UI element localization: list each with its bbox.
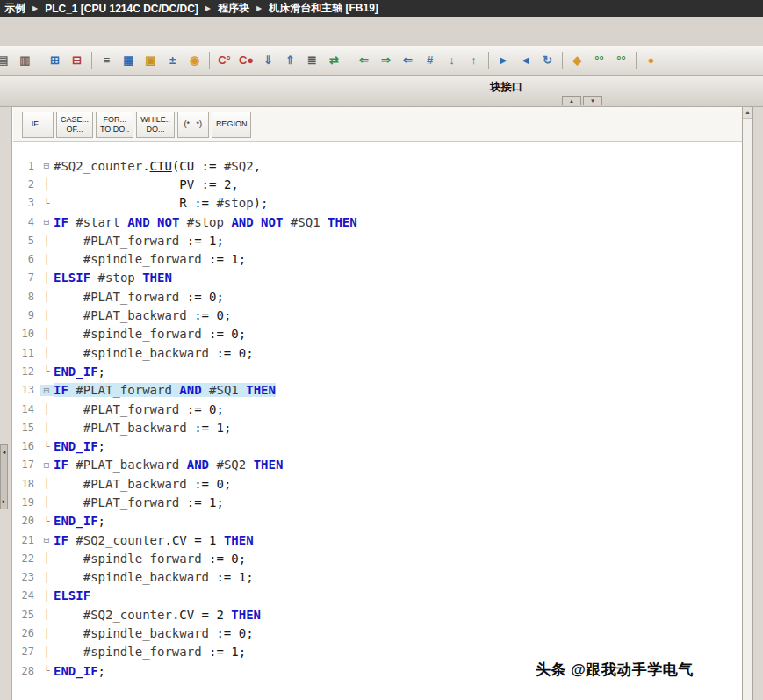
delete-row-icon[interactable]: ⊟	[66, 51, 88, 70]
indent-icon[interactable]: ↓	[441, 51, 463, 70]
load-start-values-icon[interactable]: ⇐	[397, 51, 419, 70]
code-editor[interactable]: 1⊟#SQ2_counter.CTU(CU := #SQ2,2│ PV := 2…	[13, 142, 742, 700]
line-number[interactable]: 20	[13, 515, 40, 527]
code-line[interactable]: 27│ #spindle_forward := 1;	[13, 643, 742, 661]
copy-snapshot-icon[interactable]: ⇑	[279, 51, 301, 70]
sync-offline-icon[interactable]: ⇒	[375, 51, 397, 70]
expand-interface-button[interactable]: ▲	[562, 96, 581, 105]
code-line[interactable]: 19│ #PLAT_forward := 1;	[13, 493, 742, 511]
line-number[interactable]: 26	[13, 627, 40, 639]
breadcrumb-item[interactable]: 程序块	[218, 1, 249, 16]
line-number[interactable]: 23	[13, 571, 40, 583]
code-line[interactable]: 20└END_IF;	[13, 512, 742, 530]
code-line[interactable]: 23│ #spindle_backward := 1;	[13, 568, 742, 587]
start-cpu-icon[interactable]: °°	[588, 51, 610, 70]
sync-online-icon[interactable]: ⇐	[353, 51, 375, 70]
code-line[interactable]: 5│ #PLAT_forward := 1;	[13, 231, 742, 249]
fold-toggle-icon[interactable]: ⊟	[40, 216, 54, 227]
code-line[interactable]: 18│ #PLAT_backward := 0;	[13, 474, 742, 493]
fold-toggle-icon[interactable]: ⊟	[40, 385, 54, 396]
compile-warnings-icon[interactable]: C°	[213, 51, 235, 70]
pane-splitter-handle[interactable]: ◄ ►	[0, 444, 8, 509]
snippet-region[interactable]: REGION	[212, 112, 252, 138]
snapshot-icon[interactable]: ◉	[184, 51, 205, 70]
export-icon[interactable]: ▤	[0, 51, 14, 70]
line-number[interactable]: 2	[13, 178, 40, 191]
code-line[interactable]: 21⊟IF #SQ2_counter.CV = 1 THEN	[13, 530, 742, 549]
line-number[interactable]: 1	[13, 160, 40, 172]
line-number[interactable]: 9	[13, 309, 40, 321]
vertical-scrollbar[interactable]: ▲	[742, 107, 753, 700]
code-line[interactable]: 10│ #spindle_forward := 0;	[13, 325, 742, 343]
load-snapshot-icon[interactable]: ⇓	[257, 51, 279, 70]
line-number[interactable]: 24	[13, 589, 40, 602]
fold-toggle-icon[interactable]: ⊟	[40, 534, 54, 545]
line-number[interactable]: 10	[13, 328, 40, 340]
refresh-icon[interactable]: ↻	[536, 51, 558, 70]
line-number[interactable]: 3	[13, 197, 40, 209]
code-line[interactable]: 8│ #PLAT_forward := 0;	[13, 287, 742, 306]
snippet-for-to-do[interactable]: FOR...TO DO..	[96, 112, 133, 138]
snippet-comment[interactable]: (*...*)	[177, 112, 209, 138]
stop-cpu-icon[interactable]: °°	[610, 51, 632, 70]
line-number[interactable]: 5	[13, 235, 40, 247]
outdent-icon[interactable]: ↑	[463, 51, 485, 70]
keep-actual-values-icon[interactable]: ▣	[140, 51, 162, 70]
fold-toggle-icon[interactable]: ⊟	[40, 459, 54, 471]
code-line[interactable]: 14│ #PLAT_forward := 0;	[13, 400, 742, 418]
code-line[interactable]: 16└END_IF;	[13, 437, 742, 455]
code-line[interactable]: 22│ #spindle_forward := 0;	[13, 549, 742, 567]
code-line[interactable]: 1⊟#SQ2_counter.CTU(CU := #SQ2,	[13, 156, 742, 175]
snippet-case-of[interactable]: CASE...OF...	[56, 112, 93, 138]
snippet-while-do[interactable]: WHILE..DO...	[136, 112, 175, 138]
breadcrumb-item[interactable]: PLC_1 [CPU 1214C DC/DC/DC]	[45, 3, 198, 15]
outline-icon[interactable]: ≡	[96, 51, 118, 70]
code-line[interactable]: 11│ #spindle_backward := 0;	[13, 343, 742, 362]
code-line[interactable]: 13⊟IF #PLAT_forward AND #SQ1 THEN	[13, 381, 742, 400]
prev-bookmark-icon[interactable]: ◄	[515, 51, 536, 70]
line-number[interactable]: 11	[13, 347, 40, 359]
breadcrumb-item[interactable]: 机床滑台和主轴 [FB19]	[269, 1, 378, 16]
monitoring-toggle-icon[interactable]: ±	[162, 51, 184, 70]
code-line[interactable]: 25│ #SQ2_counter.CV = 2 THEN	[13, 605, 742, 624]
line-number[interactable]: 27	[13, 646, 40, 658]
code-line[interactable]: 12└END_IF;	[13, 362, 742, 380]
line-number[interactable]: 12	[13, 365, 40, 378]
collapse-interface-button[interactable]: ▼	[583, 96, 602, 105]
line-number[interactable]: 8	[13, 291, 40, 303]
next-bookmark-icon[interactable]: ►	[493, 51, 515, 70]
line-number[interactable]: 21	[13, 534, 40, 546]
line-number[interactable]: 16	[13, 440, 40, 452]
scroll-up-icon[interactable]: ▲	[743, 107, 752, 119]
line-number[interactable]: 18	[13, 478, 40, 490]
insert-row-icon[interactable]: ⊞	[44, 51, 66, 70]
block-interface-icon[interactable]: ▦	[118, 51, 140, 70]
renumber-icon[interactable]: #	[419, 51, 441, 70]
code-line[interactable]: 2│ PV := 2,	[13, 175, 742, 193]
line-number[interactable]: 6	[13, 253, 40, 265]
line-number[interactable]: 14	[13, 403, 40, 415]
update-block-call-icon[interactable]: ⇄	[323, 51, 345, 70]
code-line[interactable]: 4⊟IF #start AND NOT #stop AND NOT #SQ1 T…	[13, 213, 742, 231]
snippet-if[interactable]: IF...	[22, 112, 54, 138]
code-line[interactable]: 9│ #PLAT_backward := 0;	[13, 306, 742, 324]
line-number[interactable]: 28	[13, 665, 40, 677]
code-line[interactable]: 15│ #PLAT_backward := 1;	[13, 418, 742, 437]
code-line[interactable]: 26│ #spindle_backward := 0;	[13, 624, 742, 642]
code-line[interactable]: 17⊟IF #PLAT_backward AND #SQ2 THEN	[13, 456, 742, 474]
breadcrumb-item[interactable]: 示例	[4, 1, 25, 16]
line-number[interactable]: 17	[13, 458, 40, 471]
code-line[interactable]: 7│ELSIF #stop THEN	[13, 269, 742, 287]
line-number[interactable]: 15	[13, 422, 40, 434]
options-icon[interactable]: ●	[640, 51, 662, 70]
expand-all-icon[interactable]: ≣	[301, 51, 323, 70]
line-number[interactable]: 22	[13, 552, 40, 565]
line-number[interactable]: 13	[13, 384, 40, 396]
code-line[interactable]: 24│ELSIF	[13, 587, 742, 605]
go-online-icon[interactable]: ◆	[566, 51, 588, 70]
code-line[interactable]: 3└ R := #stop);	[13, 194, 742, 213]
line-number[interactable]: 7	[13, 271, 40, 284]
line-number[interactable]: 4	[13, 216, 40, 228]
compile-errors-icon[interactable]: C●	[235, 51, 257, 70]
line-number[interactable]: 25	[13, 609, 40, 621]
